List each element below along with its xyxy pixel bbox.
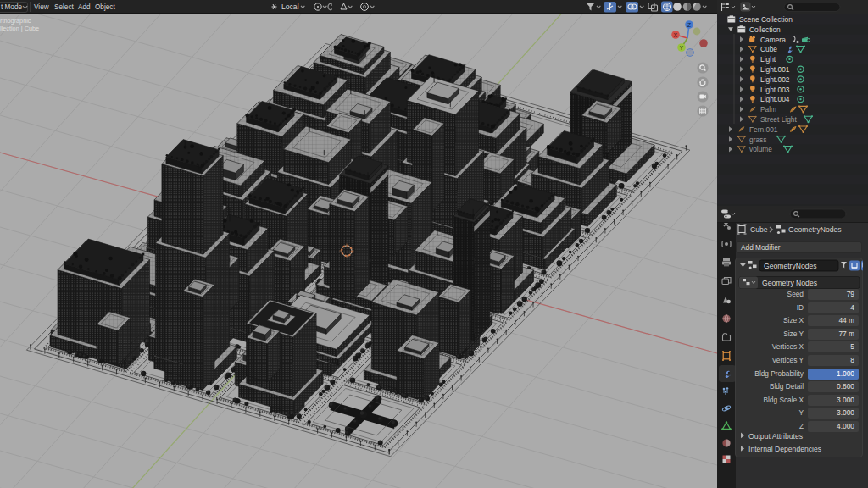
svg-text:Palm: Palm xyxy=(760,105,776,114)
svg-text:GeometryNodes: GeometryNodes xyxy=(764,262,817,270)
svg-text:Local: Local xyxy=(281,3,299,11)
svg-text:Street Light: Street Light xyxy=(760,115,798,124)
svg-text:Geometry Nodes: Geometry Nodes xyxy=(762,279,817,287)
svg-text:Light: Light xyxy=(760,55,776,64)
svg-text:Collection: Collection xyxy=(749,25,781,34)
svg-text:Fern.001: Fern.001 xyxy=(749,125,778,134)
svg-text:Light.001: Light.001 xyxy=(760,65,790,74)
svg-text:X: X xyxy=(674,32,678,38)
svg-text:volume: volume xyxy=(749,145,772,153)
svg-text:Internal Dependencies: Internal Dependencies xyxy=(748,445,821,453)
svg-text:Y: Y xyxy=(680,45,684,51)
svg-text:Camera: Camera xyxy=(760,36,786,44)
svg-text:Light.004: Light.004 xyxy=(760,95,790,103)
svg-text:GeometryNodes: GeometryNodes xyxy=(788,225,842,234)
svg-text:Cube: Cube xyxy=(750,225,768,234)
svg-text:Scene Collection: Scene Collection xyxy=(739,15,793,24)
svg-text:Light.003: Light.003 xyxy=(760,86,790,94)
svg-text:grass: grass xyxy=(749,136,766,144)
svg-text:Cube: Cube xyxy=(760,45,777,53)
svg-text:Output Attributes: Output Attributes xyxy=(748,432,803,441)
svg-text:Light.002: Light.002 xyxy=(760,75,790,84)
svg-text:Z: Z xyxy=(687,22,691,28)
